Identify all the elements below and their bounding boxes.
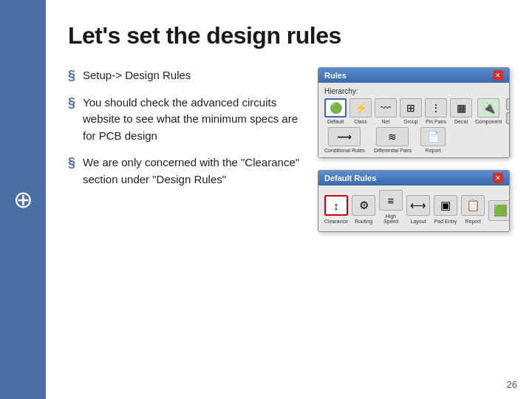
icon-net-box: 〰: [375, 98, 397, 117]
icon-default[interactable]: 🟢 Default: [324, 98, 347, 124]
hierarchy-label: Hierarchy:: [324, 87, 503, 95]
icon-net-label: Net: [382, 119, 390, 124]
icon-report1[interactable]: 📄 Report: [420, 127, 446, 153]
icon-clearance[interactable]: ↕ Clearance: [324, 195, 348, 224]
bullet-marker-3: §: [68, 155, 75, 171]
icon-padentry-label: Pad Entry: [434, 219, 457, 224]
rules-dialog-titlebar: Rules ✕: [318, 68, 509, 83]
icon-decal-box: ▦: [450, 98, 472, 117]
icon-decal[interactable]: ▦ Decal: [450, 98, 472, 124]
default-rules-title: Default Rules: [324, 174, 376, 183]
icon-report2[interactable]: 📋 Report: [461, 195, 485, 224]
icon-decal-label: Decal: [454, 119, 468, 124]
icon-pinpairs-label: Pin Pairs: [426, 119, 446, 124]
icon-group[interactable]: ⊞ Group: [400, 98, 422, 124]
icon-conditional[interactable]: ⟿ Conditional Rules: [324, 127, 365, 153]
icon-highspeed-label: High Speed: [379, 214, 403, 224]
icon-conditional-label: Conditional Rules: [324, 148, 365, 153]
icon-layout[interactable]: ⟷ Layout: [406, 195, 430, 224]
default-rules-dialog: Default Rules ✕ ↕ Clearance ⚙ Routing: [318, 170, 510, 232]
icon-extra-box: 🟩: [488, 200, 510, 221]
icon-report1-label: Report: [426, 148, 441, 153]
bullets-section: § Setup-> Design Rules § You should chec…: [68, 67, 303, 384]
bullet-item-3: § We are only concerned with the "Cleara…: [68, 154, 303, 188]
rules-help-btn[interactable]: Help: [506, 112, 510, 124]
icon-conditional-box: ⟿: [328, 127, 361, 146]
rules-dialog-row: 🟢 Default ⚡ Class 〰 Net: [324, 98, 503, 153]
icon-padentry[interactable]: ▣ Pad Entry: [434, 195, 457, 224]
icon-group-label: Group: [403, 119, 417, 124]
bullet-marker-2: §: [68, 95, 75, 111]
default-rules-row: ↕ Clearance ⚙ Routing ≡ High Speed: [324, 190, 503, 227]
icon-class-label: Class: [354, 119, 367, 124]
icon-class-box: ⚡: [349, 98, 372, 117]
icon-pinpairs-box: ⋮: [425, 98, 447, 117]
icon-pinpairs[interactable]: ⋮ Pin Pairs: [425, 98, 447, 124]
default-rules-close[interactable]: ✕: [493, 173, 503, 183]
bullet-text-1: Setup-> Design Rules: [83, 67, 191, 84]
main-content: Let's set the design rules § Setup-> Des…: [46, 0, 532, 399]
icon-class[interactable]: ⚡ Class: [349, 98, 372, 124]
icon-highspeed-box: ≡: [379, 190, 403, 211]
icon-differential-label: Differential Pairs: [374, 148, 412, 153]
icon-default-box: 🟢: [324, 98, 347, 117]
icon-net[interactable]: 〰 Net: [375, 98, 397, 124]
icon-padentry-box: ▣: [434, 195, 457, 216]
icon-highspeed[interactable]: ≡ High Speed: [379, 190, 403, 224]
icon-component[interactable]: 🔌 Component: [475, 98, 502, 124]
default-rules-body: ↕ Clearance ⚙ Routing ≡ High Speed: [318, 185, 509, 231]
rules-side-buttons: Close Help: [506, 98, 510, 153]
icon-grid-row2: ⟿ Conditional Rules ≋ Differential Pairs…: [324, 127, 502, 153]
icon-layout-label: Layout: [410, 219, 426, 224]
icon-routing-label: Routing: [355, 219, 372, 224]
icon-routing-box: ⚙: [352, 195, 375, 216]
page-number: 26: [507, 379, 517, 390]
bullet-item-1: § Setup-> Design Rules: [68, 67, 303, 84]
default-rules-titlebar: Default Rules ✕: [318, 171, 509, 185]
icon-clearance-label: Clearance: [324, 219, 348, 224]
bullet-text-3: We are only concerned with the "Clearanc…: [83, 154, 303, 188]
icon-report1-box: 📄: [420, 127, 446, 146]
content-area: § Setup-> Design Rules § You should chec…: [68, 67, 510, 384]
icon-default-label: Default: [327, 119, 344, 124]
icon-grid-row1: 🟢 Default ⚡ Class 〰 Net: [324, 98, 502, 124]
rules-dialog-body: Hierarchy: 🟢 Default ⚡: [318, 83, 509, 157]
rules-dialog: Rules ✕ Hierarchy: 🟢 Default: [318, 67, 510, 158]
rules-dialog-close[interactable]: ✕: [493, 70, 503, 81]
icon-report2-box: 📋: [461, 195, 485, 216]
bullet-text-2: You should check the advanced circuits w…: [83, 95, 303, 145]
icon-group-box: ⊞: [400, 98, 422, 117]
icon-component-label: Component: [475, 119, 502, 124]
sidebar-icon: ⊕: [13, 188, 33, 211]
sidebar: ⊕: [0, 0, 46, 399]
icon-differential-box: ≋: [376, 127, 409, 146]
rules-dialog-title: Rules: [324, 71, 347, 80]
icon-layout-box: ⟷: [406, 195, 430, 216]
screenshots-section: Rules ✕ Hierarchy: 🟢 Default: [318, 67, 510, 384]
icon-extra[interactable]: 🟩: [488, 200, 510, 224]
icon-clearance-box: ↕: [324, 195, 348, 216]
rules-close-btn[interactable]: Close: [506, 98, 510, 110]
icon-differential[interactable]: ≋ Differential Pairs: [374, 127, 412, 153]
rules-main: 🟢 Default ⚡ Class 〰 Net: [324, 98, 502, 153]
bullet-marker-1: §: [68, 68, 75, 83]
slide-title: Let's set the design rules: [68, 22, 510, 50]
default-rules-icons: ↕ Clearance ⚙ Routing ≡ High Speed: [324, 190, 510, 224]
icon-report2-label: Report: [465, 219, 480, 224]
icon-component-box: 🔌: [477, 98, 499, 117]
bullet-item-2: § You should check the advanced circuits…: [68, 95, 303, 145]
icon-routing[interactable]: ⚙ Routing: [352, 195, 375, 224]
